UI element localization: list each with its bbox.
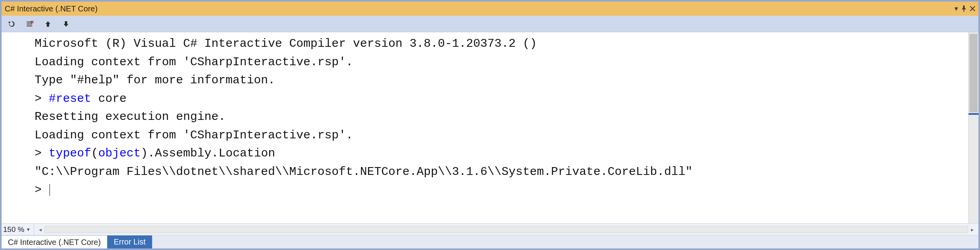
- pin-icon[interactable]: [961, 6, 967, 12]
- tab-error-list[interactable]: Error List: [107, 235, 152, 248]
- vertical-scrollbar[interactable]: [968, 32, 978, 223]
- console-line: > typeof(object).Assembly.Location: [35, 144, 968, 163]
- text-caret: [50, 184, 50, 196]
- scrollbar-caret-mark: [969, 113, 978, 115]
- scroll-left-icon[interactable]: ◂: [37, 226, 44, 233]
- reset-icon[interactable]: [7, 19, 17, 29]
- history-down-icon[interactable]: [61, 19, 71, 29]
- tab-csharp-interactive[interactable]: C# Interactive (.NET Core): [2, 235, 107, 248]
- scroll-right-icon[interactable]: ▸: [968, 226, 976, 233]
- console-line: Microsoft (R) Visual C# Interactive Comp…: [35, 35, 968, 53]
- toolbar: [2, 16, 978, 32]
- horizontal-scrollbar[interactable]: ◂ ▸: [34, 224, 978, 235]
- console-line: "C:\\Program Files\\dotnet\\shared\\Micr…: [35, 163, 968, 181]
- zoom-value: 150 %: [3, 225, 24, 234]
- title-bar-buttons: ▾: [954, 4, 975, 13]
- console-output[interactable]: Microsoft (R) Visual C# Interactive Comp…: [2, 32, 968, 223]
- bottom-tab-bar: C# Interactive (.NET Core) Error List: [2, 235, 978, 248]
- clear-icon[interactable]: [25, 19, 35, 29]
- chevron-down-icon: ▼: [26, 227, 31, 232]
- scrollbar-thumb[interactable]: [969, 34, 978, 112]
- console-line: >: [35, 181, 968, 199]
- zoom-combo[interactable]: 150 % ▼: [2, 224, 34, 235]
- hscroll-track[interactable]: [44, 226, 968, 233]
- console-line: Loading context from 'CSharpInteractive.…: [35, 126, 968, 145]
- tab-label: C# Interactive (.NET Core): [8, 238, 101, 247]
- console-line: > #reset core: [35, 90, 968, 108]
- status-bar: 150 % ▼ ◂ ▸: [2, 223, 978, 235]
- console-line: Resetting execution engine.: [35, 108, 968, 126]
- editor-area: Microsoft (R) Visual C# Interactive Comp…: [2, 32, 978, 223]
- console-line: Type "#help" for more information.: [35, 71, 968, 90]
- console-line: Loading context from 'CSharpInteractive.…: [35, 53, 968, 72]
- close-icon[interactable]: [970, 6, 975, 11]
- title-bar: C# Interactive (.NET Core) ▾: [2, 2, 978, 16]
- history-up-icon[interactable]: [43, 19, 53, 29]
- window-options-icon[interactable]: ▾: [954, 4, 958, 13]
- tab-label: Error List: [114, 237, 145, 246]
- window-title: C# Interactive (.NET Core): [5, 4, 97, 13]
